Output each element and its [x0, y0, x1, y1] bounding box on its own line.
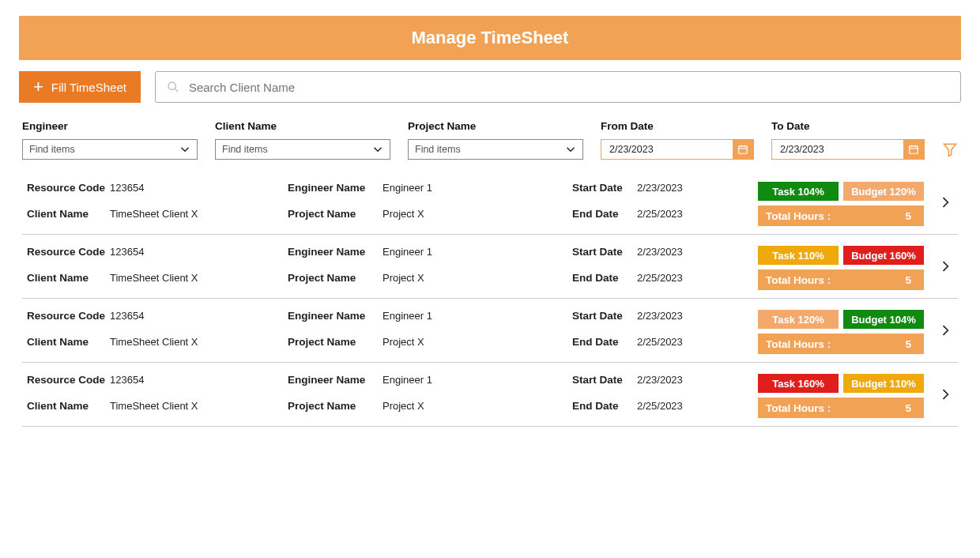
resource-code-label: Resource Code: [27, 374, 110, 386]
chevron-down-icon: [178, 142, 192, 156]
timesheet-row: Resource Code 123654 Client Name TimeShe…: [22, 235, 958, 299]
filter-client: Client Name Find items: [215, 120, 390, 160]
apply-filter-button[interactable]: [942, 139, 958, 160]
resource-code-label: Resource Code: [27, 246, 110, 258]
svg-marker-10: [944, 144, 956, 156]
end-date-label: End Date: [572, 208, 637, 220]
total-hours-value: 5: [905, 274, 911, 286]
total-hours-label: Total Hours :: [766, 274, 905, 286]
project-combo[interactable]: Find items: [408, 139, 583, 160]
calendar-icon[interactable]: [903, 139, 924, 160]
filter-from-date: From Date 2/23/2023: [601, 120, 754, 160]
from-date-value: 2/23/2023: [601, 144, 733, 155]
start-date-label: Start Date: [572, 374, 637, 386]
budget-badge: Budget 104%: [843, 310, 924, 329]
project-name-label: Project Name: [288, 272, 383, 284]
fill-timesheet-button[interactable]: + Fill TimeSheet: [19, 71, 141, 103]
search-input[interactable]: [189, 81, 949, 94]
svg-rect-2: [739, 146, 748, 153]
timesheet-row: Resource Code 123654 Client Name TimeShe…: [22, 363, 958, 427]
filter-project: Project Name Find items: [408, 120, 583, 160]
total-hours-label: Total Hours :: [766, 402, 905, 414]
plus-icon: +: [33, 78, 43, 96]
svg-rect-6: [910, 146, 918, 153]
client-name-label: Client Name: [27, 208, 110, 220]
chevron-down-icon: [564, 142, 578, 156]
client-name-value: TimeSheet Client X: [110, 400, 198, 412]
row-expand-button[interactable]: [934, 191, 956, 217]
combo-placeholder: Find items: [222, 144, 268, 155]
task-badge: Task 110%: [758, 246, 839, 265]
start-date-value: 2/23/2023: [637, 246, 683, 258]
start-date-label: Start Date: [572, 246, 637, 258]
filter-engineer: Engineer Find items: [22, 120, 198, 160]
total-hours-value: 5: [905, 402, 911, 414]
engineer-name-label: Engineer Name: [288, 182, 383, 194]
client-name-value: TimeSheet Client X: [110, 272, 198, 284]
engineer-name-value: Engineer 1: [383, 374, 432, 386]
engineer-name-value: Engineer 1: [383, 246, 432, 258]
calendar-icon[interactable]: [733, 139, 753, 160]
budget-badge: Budget 120%: [843, 182, 924, 201]
engineer-name-value: Engineer 1: [383, 182, 432, 194]
start-date-label: Start Date: [572, 182, 637, 194]
start-date-value: 2/23/2023: [637, 182, 683, 194]
to-date-value: 2/23/2023: [772, 144, 903, 155]
end-date-value: 2/25/2023: [637, 208, 683, 220]
project-name-label: Project Name: [288, 208, 383, 220]
client-name-label: Client Name: [27, 272, 110, 284]
filter-icon: [942, 141, 958, 157]
filter-to-label: To Date: [771, 120, 925, 132]
row-expand-button[interactable]: [934, 319, 956, 345]
total-hours-label: Total Hours :: [766, 210, 905, 222]
client-name-label: Client Name: [27, 336, 110, 348]
svg-line-1: [175, 89, 178, 92]
total-hours-row: Total Hours : 5: [758, 398, 924, 418]
total-hours-value: 5: [905, 210, 911, 222]
search-icon: [167, 81, 179, 93]
resource-code-label: Resource Code: [27, 182, 110, 194]
chevron-right-icon: [937, 194, 953, 210]
start-date-label: Start Date: [572, 310, 637, 322]
end-date-label: End Date: [572, 336, 637, 348]
combo-placeholder: Find items: [29, 144, 75, 155]
start-date-value: 2/23/2023: [637, 374, 683, 386]
filter-to-date: To Date 2/23/2023: [771, 120, 925, 160]
row-expand-button[interactable]: [934, 255, 956, 281]
project-name-value: Project X: [383, 208, 424, 220]
client-combo[interactable]: Find items: [215, 139, 390, 160]
project-name-value: Project X: [383, 336, 424, 348]
end-date-value: 2/25/2023: [637, 336, 683, 348]
start-date-value: 2/23/2023: [637, 310, 683, 322]
to-date-picker[interactable]: 2/23/2023: [771, 139, 925, 160]
task-badge: Task 104%: [758, 182, 839, 201]
project-name-label: Project Name: [288, 336, 383, 348]
resource-code-value: 123654: [110, 182, 144, 194]
project-name-label: Project Name: [288, 400, 383, 412]
engineer-name-label: Engineer Name: [288, 310, 383, 322]
from-date-picker[interactable]: 2/23/2023: [601, 139, 754, 160]
engineer-name-label: Engineer Name: [288, 374, 383, 386]
end-date-value: 2/25/2023: [637, 272, 683, 284]
engineer-name-label: Engineer Name: [288, 246, 383, 258]
client-name-value: TimeSheet Client X: [110, 208, 198, 220]
filter-client-label: Client Name: [215, 120, 390, 132]
total-hours-row: Total Hours : 5: [758, 334, 924, 354]
filter-engineer-label: Engineer: [22, 120, 198, 132]
timesheet-row: Resource Code 123654 Client Name TimeShe…: [22, 299, 958, 363]
timesheet-row: Resource Code 123654 Client Name TimeShe…: [22, 171, 958, 235]
chevron-down-icon: [371, 142, 385, 156]
combo-placeholder: Find items: [415, 144, 461, 155]
row-expand-button[interactable]: [934, 383, 956, 409]
total-hours-value: 5: [905, 338, 911, 350]
chevron-right-icon: [937, 322, 953, 338]
engineer-combo[interactable]: Find items: [22, 139, 198, 160]
search-box[interactable]: [155, 71, 961, 103]
resource-code-label: Resource Code: [27, 310, 110, 322]
end-date-label: End Date: [572, 272, 637, 284]
fill-timesheet-label: Fill TimeSheet: [51, 81, 126, 94]
total-hours-label: Total Hours :: [766, 338, 905, 350]
budget-badge: Budget 160%: [843, 246, 924, 265]
chevron-right-icon: [937, 258, 953, 274]
total-hours-row: Total Hours : 5: [758, 205, 924, 226]
